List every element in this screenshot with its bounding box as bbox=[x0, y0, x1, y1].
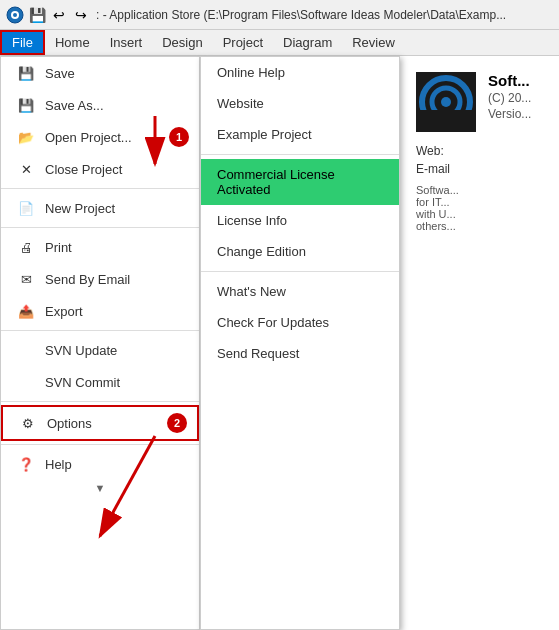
new-file-icon: 📄 bbox=[17, 199, 35, 217]
app-logo bbox=[416, 72, 476, 132]
open-folder-icon: 📂 bbox=[17, 128, 35, 146]
submenu-example-project[interactable]: Example Project bbox=[201, 119, 399, 150]
menu-home[interactable]: Home bbox=[45, 30, 100, 55]
app-header: Soft... (C) 20... Versio... bbox=[416, 72, 543, 132]
separator-5 bbox=[1, 444, 199, 445]
separator-3 bbox=[1, 330, 199, 331]
submenu-commercial-license[interactable]: Commercial LicenseActivated bbox=[201, 159, 399, 205]
help-icon: ❓ bbox=[17, 455, 35, 473]
file-save[interactable]: 💾 Save bbox=[1, 57, 199, 89]
submenu-sep-1 bbox=[201, 154, 399, 155]
separator-2 bbox=[1, 227, 199, 228]
svg-point-2 bbox=[13, 13, 17, 17]
file-print[interactable]: 🖨 Print bbox=[1, 231, 199, 263]
file-export[interactable]: 📤 Export bbox=[1, 295, 199, 327]
menu-review[interactable]: Review bbox=[342, 30, 405, 55]
main-area: 💾 Save 💾 Save As... 📂 Open Project... 1 … bbox=[0, 56, 559, 630]
menu-insert[interactable]: Insert bbox=[100, 30, 153, 55]
info-lines: Web: E-mail Softwa...for IT...with U...o… bbox=[416, 144, 543, 232]
submenu-whats-new[interactable]: What's New bbox=[201, 276, 399, 307]
export-icon: 📤 bbox=[17, 302, 35, 320]
file-new-project[interactable]: 📄 New Project bbox=[1, 192, 199, 224]
app-version: Versio... bbox=[488, 107, 531, 121]
right-panel: Soft... (C) 20... Versio... Web: E-mail … bbox=[400, 56, 559, 630]
close-icon: ✕ bbox=[17, 160, 35, 178]
save-icon[interactable]: 💾 bbox=[28, 6, 46, 24]
app-info: Soft... (C) 20... Versio... bbox=[488, 72, 531, 121]
submenu-online-help[interactable]: Online Help bbox=[201, 57, 399, 88]
email-label: E-mail bbox=[416, 162, 543, 176]
menu-file[interactable]: File bbox=[0, 30, 45, 55]
app-logo-icon bbox=[6, 6, 24, 24]
separator-4 bbox=[1, 401, 199, 402]
submenu-website[interactable]: Website bbox=[201, 88, 399, 119]
file-send-email[interactable]: ✉ Send By Email bbox=[1, 263, 199, 295]
submenu: Online Help Website Example Project Comm… bbox=[200, 56, 400, 630]
submenu-license-info[interactable]: License Info bbox=[201, 205, 399, 236]
submenu-send-request[interactable]: Send Request bbox=[201, 338, 399, 369]
menu-project[interactable]: Project bbox=[213, 30, 273, 55]
file-svn-update[interactable]: SVN Update bbox=[1, 334, 199, 366]
badge-1: 1 bbox=[169, 127, 189, 147]
description: Softwa...for IT...with U...others... bbox=[416, 184, 543, 232]
svn-update-icon bbox=[17, 341, 35, 359]
file-dropdown: 💾 Save 💾 Save As... 📂 Open Project... 1 … bbox=[0, 56, 200, 630]
undo-icon[interactable]: ↩ bbox=[50, 6, 68, 24]
web-label: Web: bbox=[416, 144, 543, 158]
badge-2: 2 bbox=[167, 413, 187, 433]
titlebar-text: : - Application Store (E:\Program Files\… bbox=[96, 8, 553, 22]
svg-point-6 bbox=[441, 97, 451, 107]
menu-diagram[interactable]: Diagram bbox=[273, 30, 342, 55]
save-icon: 💾 bbox=[17, 64, 35, 82]
email-icon: ✉ bbox=[17, 270, 35, 288]
file-close-project[interactable]: ✕ Close Project bbox=[1, 153, 199, 185]
file-open-project[interactable]: 📂 Open Project... 1 bbox=[1, 121, 199, 153]
svg-rect-7 bbox=[416, 110, 476, 132]
save-as-icon: 💾 bbox=[17, 96, 35, 114]
file-help[interactable]: ❓ Help bbox=[1, 448, 199, 480]
app-copyright: (C) 20... bbox=[488, 91, 531, 105]
separator-1 bbox=[1, 188, 199, 189]
print-icon: 🖨 bbox=[17, 238, 35, 256]
app-name: Soft... bbox=[488, 72, 531, 89]
submenu-sep-2 bbox=[201, 271, 399, 272]
submenu-change-edition[interactable]: Change Edition bbox=[201, 236, 399, 267]
options-icon: ⚙ bbox=[19, 414, 37, 432]
dropdown-scroll-down[interactable]: ▼ bbox=[1, 480, 199, 496]
svn-commit-icon bbox=[17, 373, 35, 391]
titlebar: 💾 ↩ ↪ : - Application Store (E:\Program … bbox=[0, 0, 559, 30]
menu-design[interactable]: Design bbox=[152, 30, 212, 55]
file-svn-commit[interactable]: SVN Commit bbox=[1, 366, 199, 398]
submenu-check-updates[interactable]: Check For Updates bbox=[201, 307, 399, 338]
menubar: File Home Insert Design Project Diagram … bbox=[0, 30, 559, 56]
file-save-as[interactable]: 💾 Save As... bbox=[1, 89, 199, 121]
redo-icon[interactable]: ↪ bbox=[72, 6, 90, 24]
file-options[interactable]: ⚙ Options 2 bbox=[1, 405, 199, 441]
titlebar-icons: 💾 ↩ ↪ bbox=[6, 6, 90, 24]
